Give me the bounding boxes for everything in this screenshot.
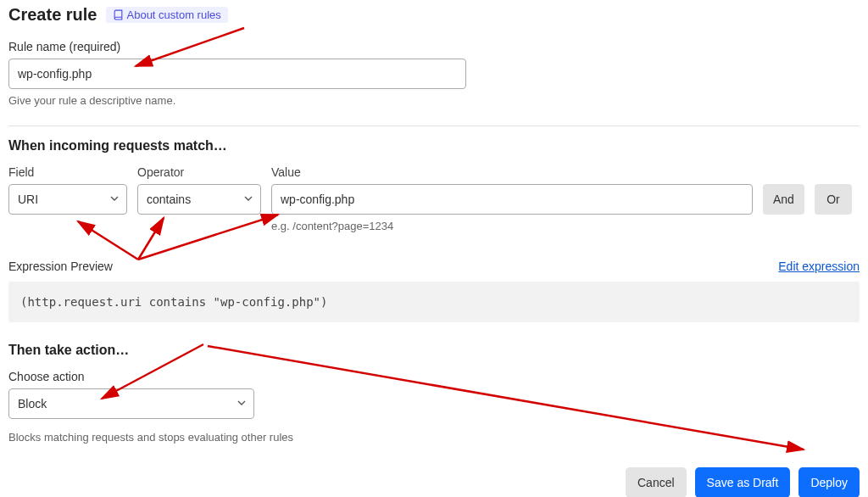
- field-column: Field URI: [8, 165, 127, 215]
- and-column: And: [763, 165, 804, 215]
- footer: Cancel Save as Draft Deploy: [8, 467, 860, 497]
- create-rule-page: Create rule About custom rules Rule name…: [0, 0, 868, 497]
- rule-name-label: Rule name (required): [8, 40, 860, 53]
- value-hint: e.g. /content?page=1234: [271, 220, 753, 232]
- operator-value: contains: [147, 193, 191, 206]
- expression-preview-code: (http.request.uri contains "wp-config.ph…: [8, 282, 860, 322]
- about-label: About custom rules: [127, 8, 221, 21]
- cancel-button[interactable]: Cancel: [626, 467, 687, 497]
- action-section-title: Then take action…: [8, 343, 860, 358]
- field-label: Field: [8, 165, 127, 179]
- operator-label: Operator: [137, 165, 261, 179]
- deploy-button[interactable]: Deploy: [798, 467, 860, 497]
- chevron-down-icon: [109, 193, 120, 206]
- rule-name-help: Give your rule a descriptive name.: [8, 94, 860, 107]
- about-custom-rules-link[interactable]: About custom rules: [106, 7, 228, 23]
- value-column: Value e.g. /content?page=1234: [271, 165, 753, 232]
- operator-select[interactable]: contains: [137, 184, 261, 215]
- chevron-down-icon: [243, 193, 253, 206]
- field-select[interactable]: URI: [8, 184, 127, 215]
- preview-header: Expression Preview Edit expression: [8, 260, 860, 273]
- choose-action-label: Choose action: [8, 370, 860, 383]
- rule-name-group: Rule name (required) Give your rule a de…: [8, 40, 860, 107]
- rule-name-input[interactable]: [8, 59, 466, 89]
- expression-preview-label: Expression Preview: [8, 260, 113, 273]
- action-value: Block: [18, 397, 47, 410]
- match-section-title: When incoming requests match…: [8, 138, 860, 154]
- page-title: Create rule: [8, 5, 97, 25]
- value-input[interactable]: [271, 184, 753, 215]
- header: Create rule About custom rules: [8, 5, 860, 25]
- action-description: Blocks matching requests and stops evalu…: [8, 431, 860, 444]
- value-label: Value: [271, 165, 753, 179]
- or-column: Or: [815, 165, 852, 215]
- condition-row: Field URI Operator contains Value e.g. /…: [8, 165, 860, 232]
- action-select[interactable]: Block: [8, 388, 254, 419]
- operator-column: Operator contains: [137, 165, 261, 215]
- edit-expression-link[interactable]: Edit expression: [778, 260, 860, 273]
- and-button[interactable]: And: [763, 184, 804, 215]
- chevron-down-icon: [236, 397, 247, 410]
- or-button[interactable]: Or: [815, 184, 852, 215]
- save-draft-button[interactable]: Save as Draft: [695, 467, 791, 497]
- field-value: URI: [18, 193, 38, 206]
- book-icon: [113, 9, 124, 20]
- divider: [8, 126, 860, 126]
